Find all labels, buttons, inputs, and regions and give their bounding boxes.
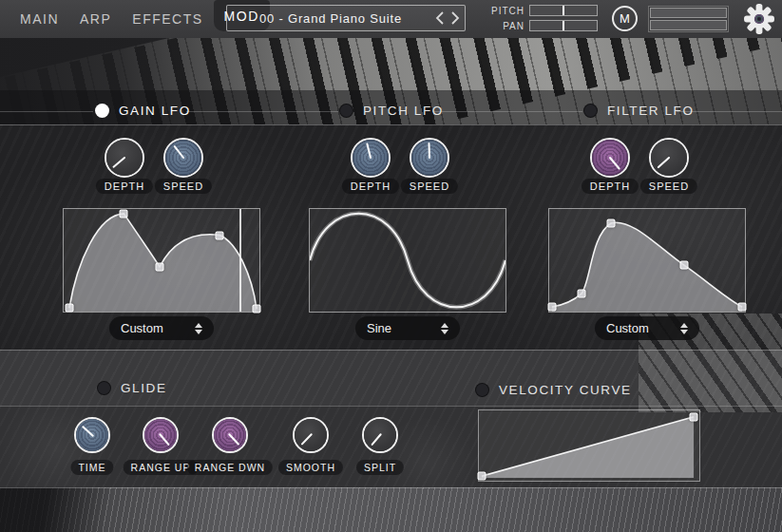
pan-slider-marker[interactable] [563,21,564,30]
pitch-speed-knob[interactable] [410,138,449,178]
level-meter [648,6,729,32]
plugin-window: MAIN ARP EFFECTS MOD 00 - Grand Piano Su… [0,0,782,532]
curve-handle[interactable] [689,412,697,421]
top-bar: MAIN ARP EFFECTS MOD 00 - Grand Piano Su… [0,0,782,38]
gain-lfo-header: GAIN LFO [95,104,191,118]
level-meter-bottom-bar [650,20,727,30]
filter-depth-knob[interactable] [590,138,630,178]
curve-handle[interactable] [478,471,486,480]
gain-lfo-section: DEPTH SPEED Custom [63,124,260,350]
select-arrows-icon [195,323,202,334]
glide-range-up-knob[interactable] [143,417,179,453]
curve-handle[interactable] [65,304,73,313]
master-button[interactable]: M [612,6,638,31]
select-arrows-icon [441,323,448,334]
glide-title: GLIDE [121,381,167,395]
curve-handle[interactable] [216,231,224,239]
glide-time-label: TIME [70,460,113,475]
divider [0,487,782,488]
header-rule [432,111,582,112]
glide-split-label: SPLIT [356,460,404,475]
glide-smooth-knob[interactable] [293,417,329,453]
velocity-curve-title: VELOCITY CURVE [499,383,632,397]
glide-smooth-label: SMOOTH [278,460,343,475]
gain-depth-knob[interactable] [105,138,144,178]
tab-arp[interactable]: ARP [69,0,122,38]
curve-handle[interactable] [577,290,585,298]
filter-lfo-toggle[interactable] [583,104,598,118]
filter-lfo-header: FILTER LFO [583,104,695,118]
gain-wave-editor[interactable] [63,208,260,313]
pitch-lfo-title: PITCH LFO [363,104,444,118]
preset-name: 00 - Grand Piano Suite [227,11,434,26]
curve-handle[interactable] [155,262,163,271]
filter-depth-label: DEPTH [582,179,639,194]
pitch-pan-controls: PITCH PAN [480,5,603,35]
gain-depth-label: DEPTH [96,179,153,194]
pitch-slider-marker[interactable] [563,6,564,15]
gain-speed-label: SPEED [155,179,212,194]
pitch-lfo-header: PITCH LFO [339,104,444,118]
pitch-speed-label: SPEED [401,179,458,194]
gain-wave-select[interactable]: Custom [109,316,214,340]
level-meter-top-bar [650,8,727,18]
pitch-lfo-section: DEPTH SPEED Sine [309,124,506,350]
curve-handle[interactable] [607,218,616,227]
preset-prev-icon[interactable] [434,10,447,26]
filter-wave-editor[interactable] [548,208,746,313]
tab-main[interactable]: MAIN [10,0,69,38]
filter-speed-knob[interactable] [649,138,689,178]
velocity-curve-header: VELOCITY CURVE [475,383,632,397]
tab-effects[interactable]: EFFECTS [122,0,213,38]
gain-speed-knob[interactable] [163,138,203,178]
lfo-playhead [239,209,241,312]
divider [0,406,782,407]
filter-lfo-section: DEPTH SPEED Custom [548,124,746,350]
pan-label: PAN [480,21,529,31]
pitch-slider[interactable] [529,5,598,16]
pitch-depth-knob[interactable] [351,138,391,178]
glide-time-knob[interactable] [74,417,110,453]
header-rule [0,111,93,112]
glide-range-down-label: RANGE DWN [187,460,273,475]
filter-lfo-title: FILTER LFO [607,104,695,118]
velocity-curve-toggle[interactable] [475,383,489,397]
glide-toggle[interactable] [97,381,111,395]
preset-selector[interactable]: 00 - Grand Piano Suite [226,5,466,31]
settings-gear-icon[interactable] [743,3,775,35]
glide-range-down-knob[interactable] [212,417,248,453]
pitch-depth-label: DEPTH [342,179,399,194]
preset-next-icon[interactable] [449,10,462,26]
pan-slider[interactable] [529,20,598,31]
divider [0,350,782,351]
filter-wave-select[interactable]: Custom [595,316,699,340]
filter-speed-label: SPEED [640,179,697,194]
pitch-label: PITCH [480,6,529,16]
curve-handle[interactable] [120,209,128,218]
header-rule [186,111,338,112]
velocity-curve-editor[interactable] [478,409,700,482]
pitch-wave-editor[interactable] [309,208,506,313]
glide-split-knob[interactable] [362,417,398,453]
piano-strings-background [0,487,782,532]
curve-handle[interactable] [679,260,688,269]
glide-header: GLIDE [97,381,167,395]
curve-handle[interactable] [547,303,556,312]
pitch-lfo-toggle[interactable] [339,104,353,118]
gain-lfo-toggle[interactable] [95,104,109,118]
gain-lfo-title: GAIN LFO [119,104,191,118]
pitch-wave-select[interactable]: Sine [355,316,460,340]
curve-handle[interactable] [738,303,747,312]
curve-handle[interactable] [253,305,261,314]
select-arrows-icon [680,323,688,334]
